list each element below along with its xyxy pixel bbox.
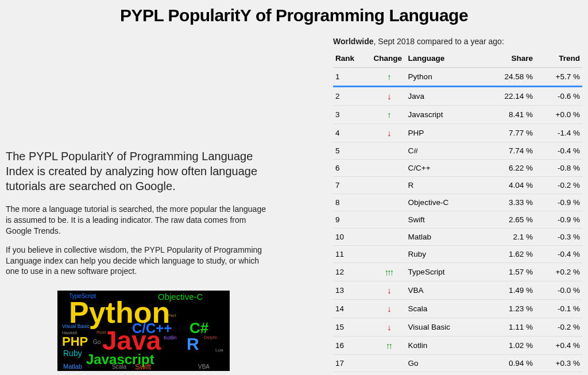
cell-share: 1.57 % [482,263,535,281]
cell-language: PHP [406,124,482,142]
cell-language: C# [406,142,482,160]
th-share: Share [482,51,535,68]
cell-rank: 17 [333,355,372,372]
cell-change: ↓ [372,87,406,106]
left-column: The PYPL PopularitY of Programming Langu… [6,37,281,372]
th-language: Language [406,51,482,68]
table-row: 13↓VBA1.49 %-0.0 % [333,281,582,300]
cell-change: ↑ [372,68,406,87]
word-cloud-word: Lua [215,348,223,353]
cell-trend: -0.2 % [535,177,582,194]
cell-change [372,177,406,194]
th-change: Change [372,51,406,68]
intro-paragraph-2: If you believe in collective wisdom, the… [6,245,270,277]
cell-share: 24.58 % [482,68,535,87]
cell-share: 8.41 % [482,106,535,124]
cell-language: Objective-C [406,194,482,211]
arrow-up-icon: ↑↑↑ [385,267,393,277]
cell-share: 0.94 % [482,355,535,372]
cell-trend: -0.3 % [535,229,582,246]
cell-trend: +0.3 % [535,355,582,372]
intro-large: The PYPL PopularitY of Programming Langu… [6,149,270,194]
table-row: 15↓Visual Basic1.11 %-0.2 % [333,318,582,337]
ranking-table: Rank Change Language Share Trend 1↑Pytho… [333,51,582,372]
table-row: 4↓PHP7.77 %-1.4 % [333,124,582,142]
word-cloud-word: Visual Basic [62,324,90,329]
cell-rank: 6 [333,160,372,177]
cell-rank: 3 [333,106,372,124]
table-row: 8Objective-C3.33 %-0.9 % [333,194,582,211]
arrow-up-icon: ↑↑ [386,341,391,350]
word-cloud-word: Ruby [63,349,82,357]
word-cloud-word: Perl [168,314,176,318]
cell-change [372,142,406,160]
cell-change [372,211,406,229]
word-cloud-word: Matlab [63,364,82,370]
arrow-up-icon: ↑ [387,72,390,82]
cell-language: Scala [406,300,482,318]
cell-share: 4.04 % [482,177,535,194]
arrow-up-icon: ↑ [387,110,390,119]
intro-paragraph-1: The more a language tutorial is searched… [6,204,270,237]
cell-rank: 9 [333,211,372,229]
th-trend: Trend [535,51,582,68]
cell-language: Javascript [406,106,482,124]
table-row: 12↑↑↑TypeScript1.57 %+0.2 % [333,263,582,281]
cell-change: ↑ [372,106,406,124]
arrow-down-icon: ↓ [387,91,390,101]
caption-rest: , Sept 2018 compared to a year ago: [374,37,504,46]
cell-share: 1.02 % [482,337,535,355]
cell-change: ↑↑↑ [372,263,406,281]
cell-change: ↑↑ [372,337,406,355]
cell-rank: 5 [333,142,372,160]
word-cloud-word: R [187,335,199,353]
cell-trend: -0.9 % [535,194,582,211]
cell-language: Ruby [406,246,482,263]
cell-change [372,229,406,246]
cell-trend: -0.0 % [535,281,582,300]
cell-share: 7.77 % [482,124,535,142]
cell-rank: 2 [333,87,372,106]
table-row: 11Ruby1.62 %-0.4 % [333,246,582,263]
cell-trend: +0.0 % [535,106,582,124]
cell-trend: -0.6 % [535,87,582,106]
cell-share: 2.65 % [482,211,535,229]
cell-change: ↓ [372,124,406,142]
page-title: PYPL PopularitY of Programming Language [0,0,588,37]
word-cloud-word: Go [93,339,100,345]
cell-trend: -0.4 % [535,142,582,160]
cell-share: 2.1 % [482,229,535,246]
cell-rank: 8 [333,194,372,211]
cell-trend: +0.2 % [535,263,582,281]
cell-change [372,355,406,372]
cell-language: C/C++ [406,160,482,177]
cell-rank: 16 [333,337,372,355]
word-cloud-word: PHP [62,335,88,348]
th-rank: Rank [333,51,372,68]
word-cloud-word: Delphi [204,335,217,340]
table-row: 9Swift2.65 %-0.9 % [333,211,582,229]
cell-language: Go [406,355,482,372]
cell-share: 1.49 % [482,281,535,300]
arrow-down-icon: ↓ [387,128,390,138]
table-row: 2↓Java22.14 %-0.6 % [333,87,582,106]
cell-trend: -0.1 % [535,300,582,318]
cell-share: 22.14 % [482,87,535,106]
word-cloud-word: Scala [112,364,126,370]
word-cloud: TypeScriptObjective-CPythonPerlVisual Ba… [57,291,230,371]
cell-trend: -0.9 % [535,211,582,229]
cell-language: Python [406,68,482,87]
table-row: 16↑↑Kotlin1.02 %+0.4 % [333,337,582,355]
arrow-down-icon: ↓ [387,322,390,332]
table-row: 7R4.04 %-0.2 % [333,177,582,194]
cell-rank: 1 [333,68,372,87]
cell-language: Matlab [406,229,482,246]
table-row: 1↑Python24.58 %+5.7 % [333,68,582,87]
table-row: 6C/C++6.22 %-0.8 % [333,160,582,177]
word-cloud-word: VBA [198,364,210,370]
cell-share: 1.11 % [482,318,535,337]
cell-trend: +5.7 % [535,68,582,87]
table-row: 10Matlab2.1 %-0.3 % [333,229,582,246]
cell-rank: 7 [333,177,372,194]
cell-trend: -0.4 % [535,246,582,263]
